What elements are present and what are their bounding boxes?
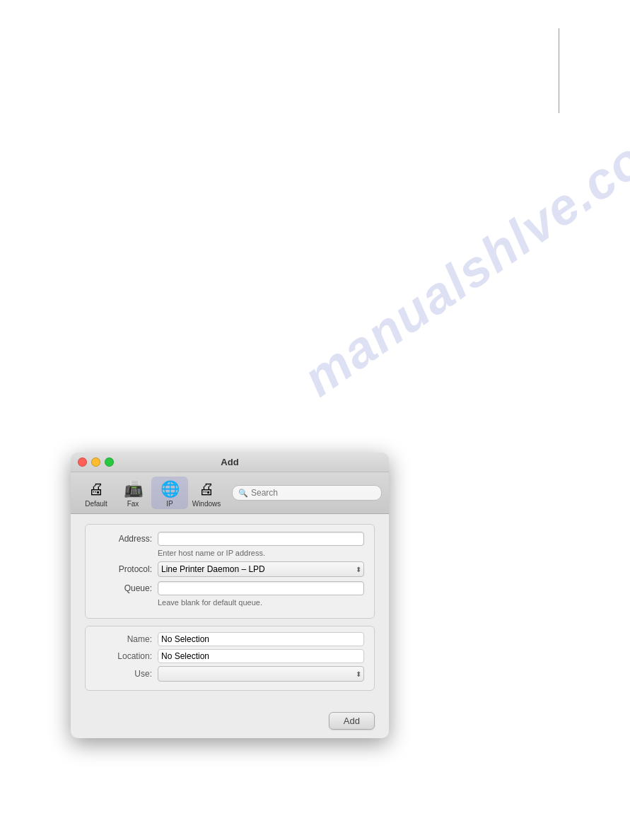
toolbar-icon-default[interactable]: 🖨 Default xyxy=(78,477,115,509)
protocol-select-wrapper: Line Printer Daemon – LPD Internet Print… xyxy=(158,561,364,577)
minimize-button[interactable] xyxy=(91,457,100,467)
ip-icon: 🌐 xyxy=(160,479,180,499)
queue-label: Queue: xyxy=(95,583,152,593)
info-section: Name: Location: Use: ⬍ xyxy=(85,626,375,691)
address-label: Address: xyxy=(95,534,152,544)
use-label: Use: xyxy=(95,669,152,679)
queue-input[interactable] xyxy=(158,581,364,595)
default-printer-icon: 🖨 xyxy=(86,479,106,499)
title-bar-buttons xyxy=(78,457,114,467)
maximize-button[interactable] xyxy=(105,457,114,467)
fax-icon: 📠 xyxy=(123,479,143,499)
use-select[interactable] xyxy=(158,666,364,682)
page-line xyxy=(559,28,559,113)
windows-icon: 🖨 xyxy=(197,479,216,499)
toolbar-icon-ip-label: IP xyxy=(166,500,173,508)
address-hint: Enter host name or IP address. xyxy=(158,549,364,557)
close-button[interactable] xyxy=(78,457,87,467)
protocol-select[interactable]: Line Printer Daemon – LPD Internet Print… xyxy=(158,561,364,577)
queue-hint: Leave blank for default queue. xyxy=(158,598,364,607)
address-row: Address: xyxy=(95,532,364,546)
use-row: Use: ⬍ xyxy=(95,666,364,682)
name-input[interactable] xyxy=(158,632,364,646)
name-row: Name: xyxy=(95,632,364,646)
toolbar-icon-fax-label: Fax xyxy=(127,500,139,508)
queue-row: Queue: xyxy=(95,581,364,595)
toolbar-icon-default-label: Default xyxy=(85,500,107,508)
location-label: Location: xyxy=(95,651,152,661)
add-button[interactable]: Add xyxy=(329,712,375,730)
search-box[interactable]: 🔍 xyxy=(232,485,382,501)
toolbar-icon-windows[interactable]: 🖨 Windows xyxy=(188,477,225,509)
toolbar-icon-windows-label: Windows xyxy=(192,500,221,508)
name-label: Name: xyxy=(95,634,152,644)
dialog-footer: Add xyxy=(71,708,389,738)
toolbar-icon-fax[interactable]: 📠 Fax xyxy=(115,477,151,509)
watermark: manualshlve.com xyxy=(293,103,630,408)
use-select-wrapper: ⬍ xyxy=(158,666,364,682)
address-input[interactable] xyxy=(158,532,364,546)
protocol-row: Protocol: Line Printer Daemon – LPD Inte… xyxy=(95,561,364,577)
protocol-label: Protocol: xyxy=(95,564,152,574)
form-section: Address: Enter host name or IP address. … xyxy=(85,524,375,619)
dialog-title: Add xyxy=(221,457,238,467)
location-input[interactable] xyxy=(158,649,364,663)
toolbar-icon-ip[interactable]: 🌐 IP xyxy=(151,477,188,509)
location-row: Location: xyxy=(95,649,364,663)
dialog-content: Address: Enter host name or IP address. … xyxy=(71,514,389,708)
dialog-window: Add 🖨 Default 📠 Fax 🌐 IP 🖨 Windows 🔍 xyxy=(71,453,389,738)
toolbar: 🖨 Default 📠 Fax 🌐 IP 🖨 Windows 🔍 xyxy=(71,472,389,514)
toolbar-icons: 🖨 Default 📠 Fax 🌐 IP 🖨 Windows xyxy=(78,477,225,509)
search-icon: 🔍 xyxy=(238,489,248,498)
search-input[interactable] xyxy=(251,488,375,498)
title-bar: Add xyxy=(71,453,389,472)
